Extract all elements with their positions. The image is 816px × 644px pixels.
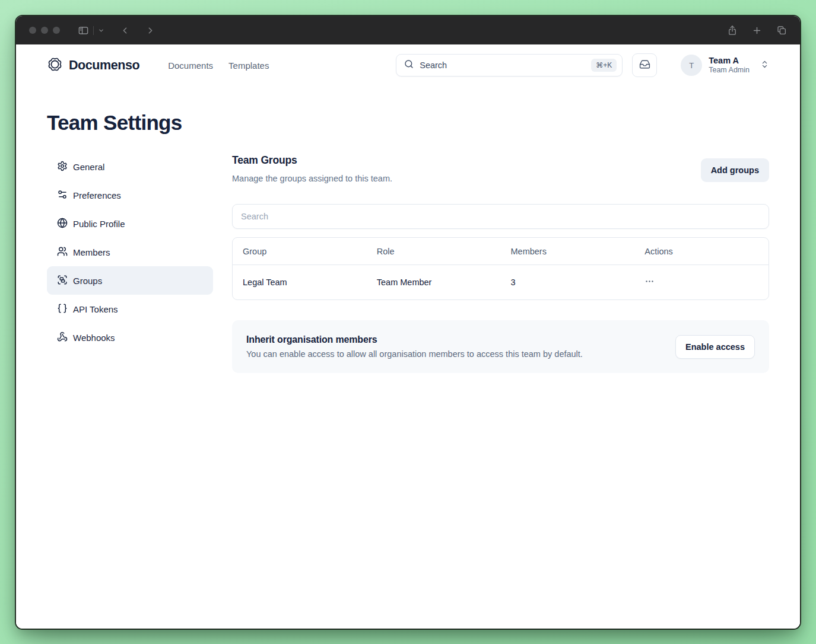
groups-search-input[interactable] (232, 204, 769, 229)
inherit-card-title: Inherit organisation members (246, 334, 583, 345)
users-icon (57, 246, 68, 259)
share-icon[interactable] (727, 25, 738, 36)
brand-name: Documenso (69, 58, 139, 73)
sidebar-item-members[interactable]: Members (47, 238, 213, 266)
close-window-button[interactable] (29, 27, 36, 34)
table-row: Legal Team Team Member 3 (233, 265, 769, 299)
globe-icon (57, 218, 68, 230)
sidebar-item-label: Webhooks (73, 333, 115, 343)
cell-role: Team Member (367, 278, 501, 287)
account-menu[interactable]: T Team A Team Admin (681, 55, 769, 76)
zoom-window-button[interactable] (53, 27, 60, 34)
nav-documents[interactable]: Documents (168, 60, 213, 71)
groups-table: Group Role Members Actions Legal Team Te… (232, 237, 769, 300)
sidebar-item-public-profile[interactable]: Public Profile (47, 209, 213, 238)
titlebar-separator (93, 26, 94, 35)
column-header-role: Role (367, 247, 501, 256)
nav-templates[interactable]: Templates (228, 60, 269, 71)
primary-nav: Documents Templates (168, 60, 269, 71)
cell-members: 3 (501, 278, 635, 287)
page-title: Team Settings (47, 111, 769, 135)
sidebar-item-api-tokens[interactable]: API Tokens (47, 295, 213, 323)
account-info: Team A Team Admin (709, 55, 750, 75)
account-name: Team A (709, 55, 750, 66)
gear-icon (57, 161, 68, 173)
search-shortcut-badge: ⌘+K (591, 59, 617, 72)
settings-sidebar: General Preferences Public Profile Membe… (47, 152, 213, 352)
avatar: T (681, 55, 702, 76)
inbox-button[interactable] (632, 53, 657, 77)
sidebar-item-label: Members (73, 247, 110, 257)
enable-access-button[interactable]: Enable access (675, 335, 755, 359)
sidebar-item-label: Public Profile (73, 219, 125, 229)
titlebar-left-tools (78, 25, 155, 36)
app-content: Documenso Documents Templates Search ⌘+K… (16, 44, 800, 629)
inherit-members-text: Inherit organisation members You can ena… (246, 334, 583, 359)
back-icon[interactable] (120, 25, 130, 36)
inherit-card-description: You can enable access to allow all organ… (246, 349, 583, 359)
groups-panel: Team Groups Manage the groups assigned t… (232, 152, 769, 373)
sidebar-toggle-icon[interactable] (78, 25, 89, 36)
forward-icon[interactable] (145, 25, 155, 36)
chevrons-up-down-icon (760, 60, 769, 71)
sidebar-item-label: API Tokens (73, 304, 118, 314)
sidebar-item-label: Preferences (73, 190, 121, 200)
column-header-group: Group (233, 247, 367, 256)
ellipsis-icon (644, 276, 655, 288)
braces-icon (57, 303, 68, 315)
titlebar-right-tools (727, 25, 787, 36)
app-header: Documenso Documents Templates Search ⌘+K… (16, 44, 800, 86)
add-groups-button[interactable]: Add groups (701, 158, 769, 182)
settings-layout: General Preferences Public Profile Membe… (16, 152, 800, 373)
column-header-actions: Actions (634, 247, 769, 256)
browser-window: Documenso Documents Templates Search ⌘+K… (16, 16, 800, 629)
sidebar-item-label: General (73, 162, 104, 172)
tab-overview-icon[interactable] (776, 25, 787, 36)
section-title: Team Groups (232, 152, 392, 167)
chevron-down-icon[interactable] (98, 27, 104, 34)
sliders-icon (57, 189, 68, 202)
sidebar-item-general[interactable]: General (47, 152, 213, 181)
inherit-members-card: Inherit organisation members You can ena… (232, 320, 769, 373)
sidebar-item-groups[interactable]: Groups (47, 266, 213, 295)
sidebar-item-preferences[interactable]: Preferences (47, 181, 213, 209)
sidebar-item-label: Groups (73, 276, 102, 286)
groups-table-header: Group Role Members Actions (233, 238, 769, 265)
section-subtitle: Manage the groups assigned to this team. (232, 174, 392, 183)
browser-titlebar (16, 16, 800, 44)
documenso-rosette-icon (47, 56, 63, 75)
row-actions-button[interactable] (644, 276, 758, 288)
window-controls (29, 27, 60, 34)
global-search-label: Search (420, 60, 591, 70)
sidebar-item-webhooks[interactable]: Webhooks (47, 323, 213, 352)
webhook-icon (57, 331, 68, 344)
cell-group: Legal Team (233, 278, 367, 287)
new-tab-icon[interactable] (752, 25, 762, 36)
groups-panel-titles: Team Groups Manage the groups assigned t… (232, 152, 392, 183)
minimize-window-button[interactable] (41, 27, 48, 34)
group-icon (57, 275, 68, 287)
account-role: Team Admin (709, 66, 750, 75)
column-header-members: Members (501, 247, 635, 256)
search-icon (404, 59, 414, 71)
inbox-icon (639, 59, 650, 72)
global-search[interactable]: Search ⌘+K (396, 54, 623, 76)
groups-panel-header: Team Groups Manage the groups assigned t… (232, 152, 769, 183)
brand-logo[interactable]: Documenso (47, 56, 139, 75)
